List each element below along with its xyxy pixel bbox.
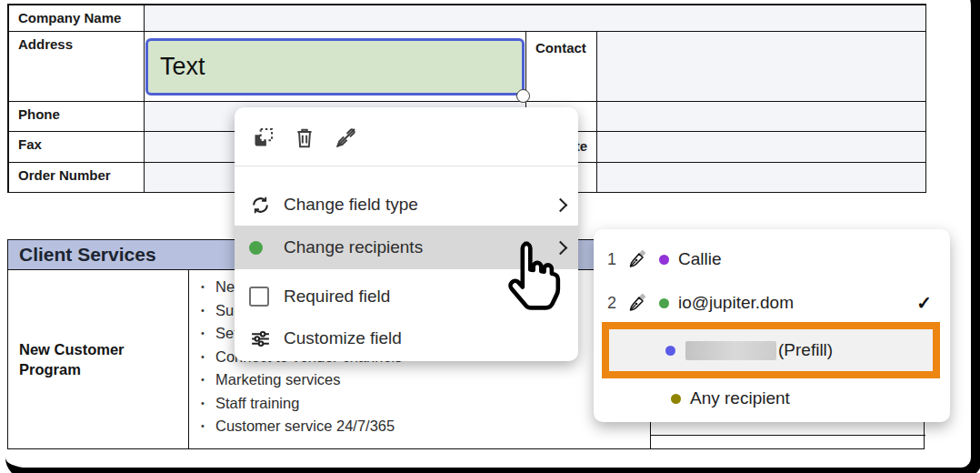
signer-pen-icon [626, 292, 648, 314]
recipient-option-any-recipient[interactable]: Any recipient [594, 382, 950, 415]
menu-item-label: Required field [284, 287, 390, 307]
field-context-menu: Change field type Change recipients Requ… [235, 107, 578, 361]
chevron-right-icon [554, 197, 568, 212]
bullet-icon: • [201, 368, 215, 392]
row-label-contact: Contact [526, 32, 597, 102]
signer-pen-icon [626, 248, 648, 270]
recipient-order-number: 1 [607, 250, 619, 269]
recipient-color-dot [671, 394, 681, 404]
row-label-order-number: Order Number [9, 163, 145, 193]
recipient-name: (Prefill) [778, 340, 833, 360]
list-item: •Marketing services [201, 368, 650, 392]
row-label-address: Address [9, 32, 145, 102]
menu-item-customize-field[interactable]: Customize field [235, 318, 578, 358]
new-customer-program-label: New Customer Program [8, 339, 188, 379]
selected-text-field[interactable]: Text [145, 38, 525, 96]
right-value-cell-2[interactable] [597, 132, 926, 163]
list-item: •Staff training [201, 392, 650, 416]
bullet-icon: • [201, 392, 215, 416]
sliders-icon [249, 327, 273, 350]
bullet-icon: • [201, 299, 215, 323]
recipient-name: Any recipient [690, 388, 790, 408]
right-value-cell-1[interactable] [597, 102, 926, 132]
bullet-icon: • [201, 276, 215, 299]
delete-field-icon[interactable] [293, 126, 316, 150]
recipient-color-dot [659, 255, 669, 265]
menu-divider [235, 166, 578, 166]
contact-value-cell[interactable] [597, 32, 926, 102]
recipient-color-dot [249, 241, 273, 255]
menu-item-label: Change recipients [284, 237, 423, 257]
recipient-option-callie[interactable]: 1 Callie [594, 240, 950, 278]
redacted-name-box [685, 341, 776, 360]
pen-slash-icon[interactable] [334, 126, 358, 150]
checkbox-icon[interactable] [249, 287, 273, 307]
table-divider [651, 435, 925, 436]
selected-check-icon: ✓ [916, 292, 932, 314]
recipient-option-prefill[interactable]: (Prefill) [602, 322, 940, 378]
menu-item-label: Change field type [284, 195, 418, 215]
recipients-submenu: 1 Callie 2 [594, 229, 950, 422]
recipient-name: Callie [678, 249, 722, 269]
company-name-value-cell[interactable] [145, 5, 926, 32]
right-value-cell-3[interactable] [597, 163, 926, 193]
menu-item-change-field-type[interactable]: Change field type [235, 184, 578, 226]
recipient-order-number: 2 [607, 294, 619, 313]
menu-item-label: Customize field [284, 328, 402, 348]
recipient-option-io-jupiter[interactable]: 2 io@jupiter.dom ✓ [594, 284, 950, 322]
recipient-name: io@jupiter.dom [678, 293, 794, 313]
list-item: •Customer service 24/7/365 [201, 415, 650, 438]
row-label-company-name: Company Name [9, 5, 145, 32]
resize-field-icon[interactable] [251, 126, 275, 150]
bullet-icon: • [201, 322, 215, 346]
recipient-color-dot [659, 298, 669, 308]
row-label-phone: Phone [9, 102, 145, 132]
hand-pointer-cursor [500, 238, 567, 318]
acrobat-form-editor-screenshot: Company Name Address Contact Phone Fax D… [0, 0, 980, 473]
bullet-icon: • [201, 346, 215, 369]
field-resize-handle[interactable] [516, 89, 530, 103]
field-toolbar [251, 126, 358, 150]
new-customer-program-cell: New Customer Program [8, 270, 189, 448]
recipient-color-dot [665, 346, 675, 356]
bullet-icon: • [201, 415, 215, 438]
refresh-icon [249, 194, 273, 216]
row-label-fax: Fax [9, 132, 145, 163]
